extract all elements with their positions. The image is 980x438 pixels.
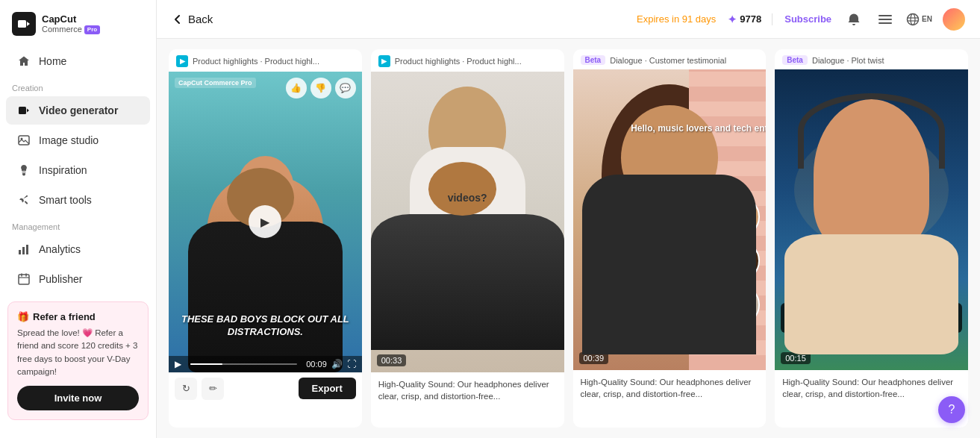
management-section-label: Management (0, 215, 156, 234)
back-label: Back (188, 13, 213, 25)
sidebar-item-label: Video generator (39, 104, 118, 116)
sidebar-item-analytics[interactable]: Analytics (6, 235, 150, 263)
play-button-1[interactable]: ▶ (249, 205, 281, 238)
language-selector[interactable]: EN (906, 13, 932, 26)
video-grid: ▶ Product highlights · Product highl... … (157, 39, 980, 438)
product-tag-icon-2: ▶ (378, 55, 390, 67)
user-avatar[interactable] (943, 8, 965, 31)
progress-bar-1 (190, 363, 297, 365)
thumb-text-3: Hello, music lovers and tech enthusiasts… (631, 123, 756, 134)
notifications-icon[interactable] (843, 9, 864, 30)
help-icon: ? (949, 403, 955, 416)
creation-section-label: Creation (0, 76, 156, 96)
video-thumb-2[interactable]: CapCut Commerce Pro videos? 00:33 (371, 72, 564, 372)
menu-icon[interactable] (875, 9, 896, 30)
card-toolbar-1: ↻ ✏ Export (169, 372, 362, 406)
svg-rect-4 (19, 136, 29, 145)
svg-point-18 (911, 13, 915, 25)
comment-button-1[interactable]: 💬 (335, 78, 356, 98)
credits-plus-icon: ✦ (728, 13, 737, 25)
referral-card: 🎁 Refer a friend Spread the love! 💗 Refe… (7, 301, 149, 420)
brand-name: CapCut (42, 13, 100, 25)
video-card-2: ▶ Product highlights · Product highl... … (371, 49, 564, 428)
sidebar-item-label: Smart tools (39, 194, 92, 206)
duration-1: 00:09 (306, 360, 327, 369)
video-desc-2: High-Quality Sound: Our headphones deliv… (371, 372, 564, 408)
dislike-button-1[interactable]: 👎 (310, 78, 331, 98)
video-thumb-4[interactable]: CapCut Commerce Pro 😐: Seriously! I trie… (775, 69, 968, 370)
home-icon (16, 54, 31, 69)
sidebar-item-publisher[interactable]: Publisher (6, 265, 150, 293)
referral-desc: Spread the love! 💗 Refer a friend and sc… (17, 327, 139, 378)
volume-ctrl-1[interactable]: 🔊 (331, 359, 343, 369)
topbar: Back Expires in 91 days ✦ 9778 Subscribe… (157, 0, 980, 39)
sidebar-item-label: Home (39, 55, 66, 67)
analytics-icon (16, 242, 31, 257)
image-studio-icon (16, 133, 31, 148)
video-tag-row-4: Beta Dialogue · Plot twist (775, 49, 968, 69)
refresh-button-1[interactable]: ↻ (175, 378, 197, 400)
svg-rect-6 (25, 201, 28, 204)
tag-label-4: Dialogue · Plot twist (812, 56, 884, 65)
tag-label-2: Product highlights · Product highl... (395, 57, 522, 66)
tag-label-1: Product highlights · Product highl... (193, 57, 319, 66)
sidebar-item-label: Publisher (39, 273, 82, 285)
sidebar-item-home[interactable]: Home (6, 47, 150, 75)
expires-text: Expires in 91 days (637, 13, 716, 25)
brand-sub: Commerce Pro (42, 25, 100, 34)
svg-rect-15 (878, 19, 892, 20)
svg-rect-14 (878, 15, 892, 16)
credits-value: 9778 (740, 13, 761, 25)
svg-point-17 (908, 13, 919, 25)
product-tag-icon-1: ▶ (176, 55, 188, 67)
inspiration-icon (16, 163, 31, 178)
sidebar-item-label: Image studio (39, 134, 99, 146)
video-tag-row-3: Beta Dialogue · Customer testimonial (573, 49, 767, 69)
sidebar-item-inspiration[interactable]: Inspiration (6, 156, 150, 184)
svg-marker-1 (27, 22, 30, 26)
svg-rect-0 (18, 20, 26, 28)
play-ctrl-1[interactable]: ▶ (175, 359, 181, 369)
svg-rect-10 (19, 275, 29, 284)
video-thumb-3[interactable]: CapCut Commerce Pro Hello, music lovers … (573, 69, 767, 370)
video-desc-3: High-Quality Sound: Our headphones deliv… (573, 370, 767, 406)
svg-rect-2 (19, 107, 26, 114)
logo[interactable]: CapCut Commerce Pro (0, 0, 156, 46)
sidebar-item-video-generator[interactable]: Video generator (6, 96, 150, 125)
sidebar-item-image-studio[interactable]: Image studio (6, 126, 150, 154)
video-thumb-1[interactable]: CapCut Commerce Pro THESE BAD BOYS BLOCK… (169, 72, 362, 372)
sidebar-item-label: Inspiration (39, 164, 87, 176)
referral-title: 🎁 Refer a friend (17, 311, 139, 322)
toolbar-icons-1: ↻ ✏ (175, 378, 224, 400)
video-card-1: ▶ Product highlights · Product highl... … (169, 49, 362, 428)
pro-badge: Pro (84, 25, 100, 34)
subscribe-button[interactable]: Subscribe (784, 13, 831, 25)
thumb-subtitle-1: THESE BAD BOYS BLOCK OUT ALL DISTRACTION… (169, 313, 362, 339)
help-fab[interactable]: ? (938, 396, 965, 423)
video-card-3: Beta Dialogue · Customer testimonial Cap… (573, 49, 767, 428)
sidebar: CapCut Commerce Pro Home Creation Video … (0, 0, 157, 438)
logo-icon (12, 12, 36, 36)
invite-button[interactable]: Invite now (17, 386, 139, 410)
video-tag-row-1: ▶ Product highlights · Product highl... (169, 49, 362, 72)
video-tag-row-2: ▶ Product highlights · Product highl... (371, 49, 564, 72)
credits-pill: ✦ 9778 (728, 13, 773, 25)
svg-rect-8 (22, 247, 25, 254)
smart-tools-icon (16, 193, 31, 207)
svg-rect-7 (19, 250, 21, 254)
sidebar-item-smart-tools[interactable]: Smart tools (6, 186, 150, 214)
fullscreen-ctrl-1[interactable]: ⛶ (347, 359, 356, 369)
sidebar-item-label: Analytics (39, 243, 81, 255)
like-button-1[interactable]: 👍 (286, 78, 307, 98)
beta-badge-3: Beta (581, 55, 606, 65)
publisher-icon (16, 272, 31, 287)
export-button-1[interactable]: Export (299, 378, 356, 399)
beta-badge-4: Beta (782, 55, 808, 65)
edit-button-1[interactable]: ✏ (202, 378, 224, 400)
topbar-icons: EN (843, 8, 965, 31)
svg-rect-9 (26, 245, 28, 254)
duration-2: 00:33 (377, 354, 407, 366)
back-button[interactable]: Back (172, 13, 213, 25)
gift-icon: 🎁 (17, 311, 29, 322)
thumb-text-2: videos? (448, 192, 487, 204)
